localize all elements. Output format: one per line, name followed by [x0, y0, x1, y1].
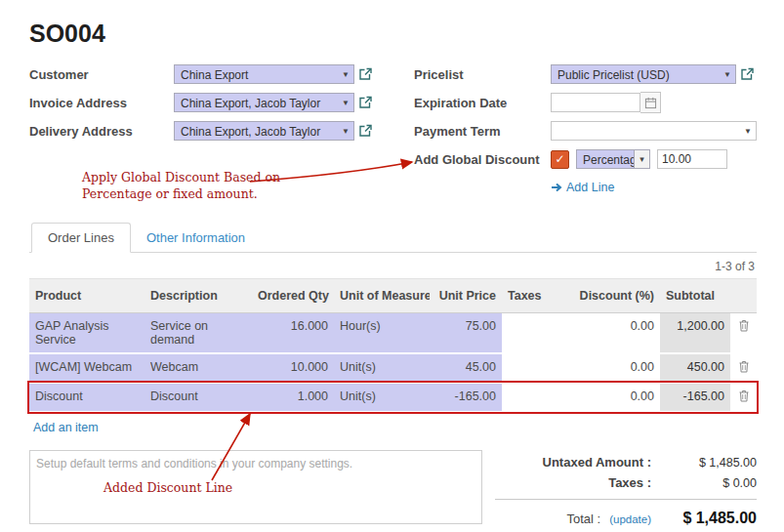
col-header-unit-price: Unit Price	[430, 279, 502, 313]
customer-label: Customer	[29, 67, 174, 82]
footer-section: Untaxed Amount : $ 1,485.00 Taxes : $ 0.…	[29, 450, 757, 530]
unit-price-cell[interactable]: 45.00	[430, 353, 502, 383]
col-header-actions	[730, 279, 757, 313]
subtotal-cell: 450.00	[660, 353, 730, 383]
unit-price-cell[interactable]: 75.00	[430, 313, 502, 354]
fields-left-column: Customer China Export ▼ Invoice Address	[29, 63, 392, 205]
expiration-date-label: Expiration Date	[414, 96, 551, 110]
payment-term-label: Payment Term	[414, 124, 551, 139]
qty-cell[interactable]: 16.000	[252, 313, 334, 354]
payment-term-select[interactable]: ▼	[551, 121, 757, 141]
untaxed-amount-value: $ 1,485.00	[651, 456, 757, 470]
description-cell[interactable]: Discount	[144, 383, 252, 412]
pager: 1-3 of 3	[29, 260, 755, 273]
tab-order-lines[interactable]: Order Lines	[31, 223, 131, 253]
update-total-link[interactable]: (update)	[609, 513, 651, 525]
fields-right-column: Pricelist Public Pricelist (USD) ▼ Expir…	[392, 63, 757, 205]
global-discount-label: Add Global Discount	[414, 152, 551, 167]
description-cell[interactable]: Webcam	[144, 353, 252, 383]
open-record-icon[interactable]	[358, 67, 372, 81]
pricelist-select[interactable]: Public Pricelist (USD) ▼	[551, 64, 736, 84]
invoice-address-value: China Export, Jacob Taylor	[181, 97, 320, 110]
taxes-label: Taxes :	[608, 475, 651, 490]
header-fields: Customer China Export ▼ Invoice Address	[29, 63, 757, 205]
order-line-row: GAP Analysis Service Service on demand 1…	[29, 313, 757, 354]
taxes-cell[interactable]	[502, 313, 558, 354]
open-record-icon[interactable]	[740, 67, 754, 81]
add-line-label: Add Line	[566, 181, 614, 194]
delete-row-icon[interactable]	[730, 383, 757, 412]
customer-select[interactable]: China Export ▼	[174, 64, 354, 84]
chevron-down-icon: ▼	[342, 65, 350, 84]
add-an-item-link[interactable]: Add an item	[33, 421, 99, 434]
terms-textarea[interactable]	[29, 450, 482, 524]
table-header-row: Product Description Ordered Qty Unit of …	[29, 279, 757, 313]
pricelist-label: Pricelist	[414, 67, 551, 82]
check-icon: ✓	[555, 152, 564, 166]
expiration-date-input[interactable]	[551, 93, 640, 112]
arrow-right-icon	[551, 182, 562, 193]
qty-cell[interactable]: 10.000	[252, 353, 334, 383]
tab-other-information[interactable]: Other Information	[131, 224, 261, 252]
order-lines-table: Product Description Ordered Qty Unit of …	[29, 278, 757, 413]
totals-panel: Untaxed Amount : $ 1,485.00 Taxes : $ 0.…	[495, 450, 757, 530]
page-title: SO004	[29, 20, 757, 48]
sale-order-form: Apply Global Discount Based on Percentag…	[0, 0, 784, 532]
chevron-down-icon: ▼	[744, 122, 752, 141]
total-value: $ 1,485.00	[651, 510, 757, 527]
order-line-row: [WCAM] Webcam Webcam 10.000 Unit(s) 45.0…	[29, 353, 757, 383]
customer-value: China Export	[181, 68, 248, 82]
taxes-cell[interactable]	[502, 353, 558, 383]
col-header-unit-of-measure: Unit of Measure	[334, 279, 430, 313]
discount-cell[interactable]: 0.00	[558, 383, 660, 412]
product-cell[interactable]: [WCAM] Webcam	[29, 353, 144, 383]
discount-amount-input[interactable]	[657, 149, 727, 169]
uom-cell[interactable]: Hour(s)	[334, 313, 430, 354]
open-record-icon[interactable]	[358, 96, 372, 109]
invoice-address-select[interactable]: China Export, Jacob Taylor ▼	[174, 93, 354, 112]
delete-row-icon[interactable]	[730, 353, 757, 383]
calendar-icon[interactable]	[640, 92, 661, 113]
invoice-address-label: Invoice Address	[29, 96, 174, 110]
chevron-down-icon: ▼	[723, 65, 731, 84]
chevron-down-icon: ▼	[342, 122, 350, 141]
unit-price-cell[interactable]: -165.00	[430, 383, 502, 412]
discount-cell[interactable]: 0.00	[558, 353, 660, 383]
open-record-icon[interactable]	[358, 124, 372, 138]
col-header-discount: Discount (%)	[558, 279, 660, 313]
col-header-product: Product	[29, 279, 144, 313]
untaxed-amount-label: Untaxed Amount :	[543, 455, 651, 470]
col-header-ordered-qty: Ordered Qty	[252, 279, 334, 313]
subtotal-cell: 1,200.00	[660, 313, 730, 354]
col-header-subtotal: Subtotal	[660, 279, 730, 313]
qty-cell[interactable]: 1.000	[252, 383, 334, 412]
discount-cell[interactable]: 0.00	[558, 313, 660, 354]
add-line-button[interactable]: Add Line	[551, 181, 614, 194]
chevron-down-icon: ▼	[342, 94, 350, 112]
chevron-down-icon: ▾	[634, 150, 649, 168]
discount-type-select[interactable]: Percentage ▾	[576, 149, 650, 169]
uom-cell[interactable]: Unit(s)	[334, 383, 430, 412]
pricelist-value: Public Pricelist (USD)	[557, 68, 670, 82]
product-cell[interactable]: Discount	[29, 383, 144, 412]
total-label: Total :	[566, 512, 600, 526]
taxes-value: $ 0.00	[651, 476, 757, 490]
notebook-tabs: Order Lines Other Information	[29, 223, 757, 253]
uom-cell[interactable]: Unit(s)	[334, 353, 430, 383]
global-discount-checkbox[interactable]: ✓	[551, 150, 569, 169]
col-header-taxes: Taxes	[502, 279, 558, 313]
col-header-description: Description	[144, 279, 252, 313]
description-cell[interactable]: Service on demand	[144, 313, 252, 354]
delivery-address-select[interactable]: China Export, Jacob Taylor ▼	[174, 121, 354, 141]
delivery-address-label: Delivery Address	[29, 124, 174, 139]
taxes-cell[interactable]	[502, 383, 558, 412]
delivery-address-value: China Export, Jacob Taylor	[181, 125, 320, 139]
subtotal-cell: -165.00	[660, 383, 730, 412]
delete-row-icon[interactable]	[730, 313, 757, 354]
product-cell[interactable]: GAP Analysis Service	[29, 313, 144, 354]
order-line-row-discount: Discount Discount 1.000 Unit(s) -165.00 …	[29, 383, 757, 412]
